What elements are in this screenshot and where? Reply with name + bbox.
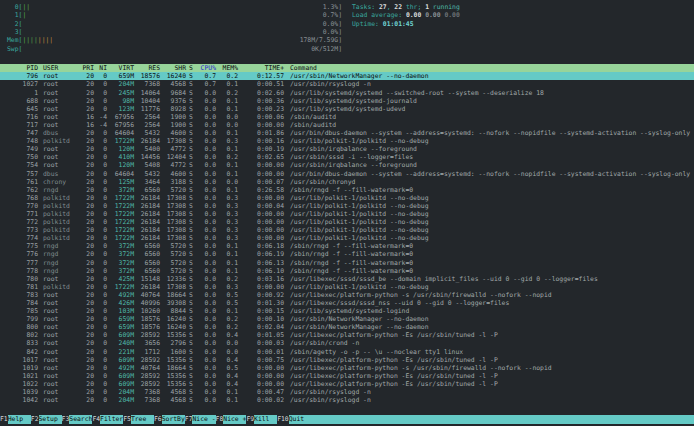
fnkey-f10[interactable]: F10Quit bbox=[277, 415, 312, 424]
cpu1-meter: 1[|0.7%] bbox=[7, 11, 342, 19]
fnkey-f8[interactable]: F8Nice + bbox=[216, 415, 247, 424]
fnkey-f2[interactable]: F2Setup bbox=[31, 415, 62, 424]
time-cell: 0:00.15 bbox=[238, 307, 284, 315]
user-cell: dbus bbox=[38, 170, 78, 178]
process-row[interactable]: 749root200120M54004772S0.00.10:00.19/usr… bbox=[0, 145, 694, 153]
process-row[interactable]: 800root200659M1857616240S0.00.20:02.04/u… bbox=[0, 323, 694, 331]
virt-cell: 1722M bbox=[107, 234, 134, 242]
process-row[interactable]: 781polkitd2001722M2618417308S0.00.30:00.… bbox=[0, 283, 694, 291]
pri-cell: 20 bbox=[78, 250, 94, 258]
process-row[interactable]: 780root200425M1514812336S0.00.20:03.16/u… bbox=[0, 275, 694, 283]
process-row[interactable]: 1019root200492M4076418664S0.00.50:00.00/… bbox=[0, 364, 694, 372]
pri-cell: 20 bbox=[78, 226, 94, 234]
process-row[interactable]: 770polkitd2001722M2618417308S0.00.30:00.… bbox=[0, 202, 694, 210]
pid-cell: 1027 bbox=[0, 80, 38, 88]
ni-cell: 0 bbox=[94, 137, 107, 145]
time-cell: 0:00.04 bbox=[238, 202, 284, 210]
column-header-virt[interactable]: VIRT bbox=[107, 64, 134, 72]
process-row[interactable]: 1021root200609M2859215356S0.00.40:00.00/… bbox=[0, 372, 694, 380]
process-row[interactable]: 777rngd200372M65605720S0.00.10:06.13/sbi… bbox=[0, 259, 694, 267]
column-header-mem[interactable]: MEM% bbox=[216, 64, 238, 72]
process-row[interactable]: 747dbus2006460454324600S0.00.10:01.86/us… bbox=[0, 129, 694, 137]
fnkey-f7[interactable]: F7Nice - bbox=[185, 415, 216, 424]
cpu-cell: 0.0 bbox=[196, 97, 216, 105]
swap-meter: Swp[0K/512M] bbox=[7, 45, 342, 53]
column-header-cpu[interactable]: CPU% bbox=[196, 64, 216, 72]
process-row[interactable]: 774polkitd2001722M2618417308S0.00.30:00.… bbox=[0, 234, 694, 242]
process-row[interactable]: 688root20098M104049376S0.00.10:00.36/usr… bbox=[0, 97, 694, 105]
shr-cell: 17308 bbox=[160, 234, 186, 242]
fnkey-f4[interactable]: F4Filter bbox=[92, 415, 123, 424]
process-row[interactable]: 833root200240M36562796S0.00.00:00.03/usr… bbox=[0, 339, 694, 347]
command-cell: /usr/lib/polkit-1/polkitd --no-debug bbox=[284, 283, 694, 291]
time-cell: 0:00.16 bbox=[238, 137, 284, 145]
pri-cell: 20 bbox=[78, 396, 94, 404]
cpu3-meter-value: 0.0%] bbox=[323, 28, 342, 36]
mem-cell: 0.2 bbox=[216, 323, 238, 331]
process-row[interactable]: 1root200245M140649684S0.00.20:02.60/usr/… bbox=[0, 89, 694, 97]
process-row-selected[interactable]: 796root200659M1857616240S0.70.20:12.57/u… bbox=[0, 72, 694, 80]
process-row[interactable]: 778rngd200372M65605720S0.00.10:06.10/sbi… bbox=[0, 267, 694, 275]
process-row[interactable]: 784root200426M4099639308S0.00.50:01.30/u… bbox=[0, 299, 694, 307]
res-cell: 26184 bbox=[134, 218, 160, 226]
cpu-cell: 0.0 bbox=[196, 339, 216, 347]
column-header-s[interactable]: S bbox=[186, 64, 196, 72]
process-row[interactable]: 757dbus2006460454324600S0.00.10:00.00/us… bbox=[0, 170, 694, 178]
fnkey-f5[interactable]: F5Tree bbox=[123, 415, 154, 424]
process-row[interactable]: 776rngd200372M65605720S0.00.10:06.19/sbi… bbox=[0, 250, 694, 258]
process-row[interactable]: 645root200123M117768928S0.00.10:00.23/us… bbox=[0, 105, 694, 113]
shr-cell: 4568 bbox=[160, 388, 186, 396]
fnkey-f6[interactable]: F6SortBy bbox=[154, 415, 185, 424]
mem-cell: 0.0 bbox=[216, 348, 238, 356]
command-cell: /usr/lib/systemd/systemd-logind bbox=[284, 307, 694, 315]
process-row[interactable]: 772polkitd2001722M2618417308S0.00.30:00.… bbox=[0, 218, 694, 226]
process-row[interactable]: 771polkitd2001722M2618417308S0.00.30:00.… bbox=[0, 210, 694, 218]
column-header-shr[interactable]: SHR bbox=[160, 64, 186, 72]
command-cell: /sbin/agetty -o -p -- \u --noclear tty1 … bbox=[284, 348, 694, 356]
pid-cell: 749 bbox=[0, 145, 38, 153]
time-cell: 0:00.01 bbox=[238, 348, 284, 356]
process-row[interactable]: 1039root200204M73684568S0.00.10:00.47/us… bbox=[0, 388, 694, 396]
process-row[interactable]: 750root200410M1445612404S0.00.20:02.65/u… bbox=[0, 153, 694, 161]
user-cell: root bbox=[38, 113, 78, 121]
cpu-cell: 0.0 bbox=[196, 234, 216, 242]
process-row[interactable]: 768polkitd2001722M2618417308S0.00.30:00.… bbox=[0, 194, 694, 202]
pid-cell: 1042 bbox=[0, 396, 38, 404]
process-row[interactable]: 773polkitd2001722M2618417308S0.00.30:00.… bbox=[0, 226, 694, 234]
process-row[interactable]: 1017root200609M2859215356S0.00.40:00.75/… bbox=[0, 356, 694, 364]
process-row[interactable]: 799root200659M1857616240S0.00.20:00.10/u… bbox=[0, 315, 694, 323]
fnkey-f1[interactable]: F1Help bbox=[0, 415, 31, 424]
column-header-res[interactable]: RES bbox=[134, 64, 160, 72]
column-header-ni[interactable]: NI bbox=[94, 64, 107, 72]
column-header-time[interactable]: TIME+ bbox=[238, 64, 284, 72]
process-row[interactable]: 754root200120M54084772S0.00.10:00.00/usr… bbox=[0, 161, 694, 169]
process-row[interactable]: 762rngd200372M65605720S0.00.10:26.58/sbi… bbox=[0, 186, 694, 194]
process-row[interactable]: 748polkitd2001722M2618417308S0.00.30:00.… bbox=[0, 137, 694, 145]
process-row[interactable]: 761chrony200125M34643188S0.00.00:00.07/u… bbox=[0, 178, 694, 186]
column-header-user[interactable]: USER bbox=[38, 64, 78, 72]
uptime-label: Uptime: bbox=[352, 20, 383, 28]
pri-cell: 20 bbox=[78, 161, 94, 169]
process-row[interactable]: 802root200609M2859215356S0.00.40:01.05/u… bbox=[0, 331, 694, 339]
process-row[interactable]: 1022root200609M2859215356S0.00.40:00.00/… bbox=[0, 380, 694, 388]
mem-cell: 0.1 bbox=[216, 129, 238, 137]
column-header-pri[interactable]: PRI bbox=[78, 64, 94, 72]
process-row[interactable]: 716root16-46795625641900S0.00.00:00.06/s… bbox=[0, 113, 694, 121]
process-row[interactable]: 842root200221M17121600S0.00.00:00.01/sbi… bbox=[0, 348, 694, 356]
time-cell: 0:00.07 bbox=[238, 178, 284, 186]
process-row[interactable]: 1042root200204M73684568S0.00.10:00.02/us… bbox=[0, 396, 694, 404]
process-row[interactable]: 783root200492M4076418664S0.00.50:00.92/u… bbox=[0, 291, 694, 299]
process-row[interactable]: 785root200103M102608844S0.00.10:00.15/us… bbox=[0, 307, 694, 315]
process-row[interactable]: 1027root200204M73684568S0.70.10:00.51/us… bbox=[0, 80, 694, 88]
process-row[interactable]: 775rngd200372M65605720S0.00.10:06.18/sbi… bbox=[0, 242, 694, 250]
virt-cell: 1722M bbox=[107, 218, 134, 226]
process-row[interactable]: 717root16-46795625641900S0.00.00:00.00/s… bbox=[0, 121, 694, 129]
fnkey-f9[interactable]: F9Kill bbox=[246, 415, 277, 424]
column-header-command[interactable]: Command bbox=[284, 64, 694, 72]
ni-cell: 0 bbox=[94, 396, 107, 404]
command-cell: /sbin/rngd -f --fill-watermark=0 bbox=[284, 259, 694, 267]
fnkey-f3[interactable]: F3Search bbox=[62, 415, 93, 424]
command-cell: /usr/libexec/sssd/sssd_be --domain impli… bbox=[284, 275, 694, 283]
column-header-pid[interactable]: PID bbox=[0, 64, 38, 72]
fnkey-label: Kill bbox=[254, 415, 277, 424]
